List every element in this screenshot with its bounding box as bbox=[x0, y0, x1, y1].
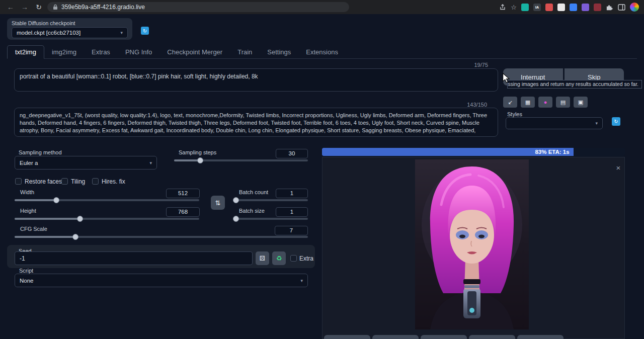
styles-refresh-button[interactable]: ↻ bbox=[612, 117, 620, 126]
width-label: Width bbox=[20, 189, 34, 195]
interrupt-tooltip: processing images and return any results… bbox=[507, 80, 642, 89]
tab-train[interactable]: Train bbox=[230, 46, 260, 58]
forward-icon[interactable]: → bbox=[19, 2, 30, 13]
lock-icon bbox=[53, 4, 58, 10]
cfg-scale-label: CFG Scale bbox=[20, 226, 47, 232]
checkpoint-value: model.ckpt [cc6cb27103] bbox=[17, 30, 80, 36]
clear-prompt-button[interactable]: ▦ bbox=[521, 97, 535, 108]
styles-dropdown[interactable]: ▾ bbox=[506, 117, 603, 129]
url-text: 359e5b9a-a5ff-4216.gradio.live bbox=[61, 4, 145, 11]
close-preview-button[interactable]: × bbox=[614, 163, 623, 172]
hires-fix-checkbox[interactable] bbox=[92, 178, 99, 185]
tiling-label: Tiling bbox=[71, 178, 85, 185]
script-label: Script bbox=[19, 268, 33, 274]
tab-checkpoint-merger[interactable]: Checkpoint Merger bbox=[159, 46, 230, 58]
prompt-input[interactable]: portrait of a beautiful [woman::0.1] rob… bbox=[14, 68, 498, 92]
checkpoint-dropdown[interactable]: model.ckpt [cc6cb27103] ▾ bbox=[12, 27, 128, 38]
checkpoint-label: Stable Diffusion checkpoint bbox=[12, 20, 128, 26]
prompt-token-counter: 19/75 bbox=[438, 62, 488, 68]
width-value[interactable] bbox=[166, 189, 200, 198]
progress-fill: 83% ETA: 1s bbox=[322, 148, 574, 156]
prompt-tools: ↙ ▦ ● ▤ ▣ bbox=[503, 97, 588, 108]
apply-styles-button[interactable]: ▤ bbox=[556, 97, 570, 108]
tab-extras[interactable]: Extras bbox=[84, 46, 118, 58]
side-panel-icon[interactable] bbox=[618, 4, 625, 11]
output-button-3[interactable] bbox=[421, 335, 467, 339]
extension-icon-ia[interactable]: IA bbox=[533, 4, 541, 11]
chevron-down-icon: ▾ bbox=[149, 160, 152, 165]
read-params-button[interactable]: ↙ bbox=[503, 97, 517, 108]
seed-extra-checkbox[interactable] bbox=[290, 255, 297, 262]
seed-input[interactable] bbox=[15, 251, 253, 265]
reuse-seed-button[interactable]: ♻ bbox=[272, 251, 286, 265]
output-toolbar bbox=[324, 335, 564, 339]
negative-token-counter: 143/150 bbox=[437, 102, 487, 108]
extension-icon-white[interactable] bbox=[557, 4, 565, 11]
checkpoint-refresh-button[interactable]: ↻ bbox=[141, 27, 149, 35]
tab-settings[interactable]: Settings bbox=[260, 46, 298, 58]
profile-avatar[interactable] bbox=[630, 3, 639, 12]
swap-dimensions-button[interactable]: ⇅ bbox=[211, 196, 225, 210]
sampling-steps-value[interactable] bbox=[276, 149, 308, 158]
sampling-steps-label: Sampling steps bbox=[179, 149, 216, 155]
browser-toolbar: ← → ↻ 359e5b9a-a5ff-4216.gradio.live ☆ I… bbox=[0, 0, 644, 14]
cfg-scale-value[interactable] bbox=[275, 226, 308, 235]
negative-prompt-input[interactable]: ng_deepnegative_v1_75t, (worst quality, … bbox=[14, 108, 498, 137]
sampling-method-label: Sampling method bbox=[19, 149, 62, 155]
output-button-2[interactable] bbox=[372, 335, 419, 339]
height-label: Height bbox=[20, 208, 36, 214]
sampling-steps-slider[interactable] bbox=[174, 159, 308, 163]
output-button-5[interactable] bbox=[517, 335, 564, 339]
bookmark-star-icon[interactable]: ☆ bbox=[511, 4, 517, 11]
sampling-method-dropdown[interactable]: Euler a ▾ bbox=[15, 156, 157, 170]
output-button-1[interactable] bbox=[324, 335, 370, 339]
random-seed-button[interactable]: ⚄ bbox=[256, 251, 269, 265]
batch-count-slider[interactable] bbox=[236, 199, 308, 203]
batch-count-value[interactable] bbox=[276, 189, 308, 198]
tiling-checkbox[interactable] bbox=[61, 178, 68, 185]
mouse-cursor bbox=[501, 72, 512, 83]
tab-txt2img[interactable]: txt2img bbox=[7, 45, 44, 59]
tab-img2img[interactable]: img2img bbox=[44, 46, 84, 58]
cfg-scale-slider[interactable] bbox=[15, 236, 308, 240]
height-slider[interactable] bbox=[15, 218, 199, 222]
checkpoint-panel: Stable Diffusion checkpoint model.ckpt [… bbox=[7, 18, 132, 40]
height-value[interactable] bbox=[166, 207, 200, 217]
batch-size-value[interactable] bbox=[276, 207, 308, 217]
puzzle-extensions-icon[interactable] bbox=[606, 4, 613, 11]
batch-count-label: Batch count bbox=[239, 189, 268, 195]
save-style-button[interactable]: ▣ bbox=[574, 97, 588, 108]
extension-icon-blue[interactable] bbox=[570, 4, 577, 11]
extension-icon-purple[interactable] bbox=[582, 4, 589, 11]
hires-fix-label: Hires. fix bbox=[102, 178, 125, 185]
tab-extensions[interactable]: Extensions bbox=[298, 46, 346, 58]
batch-size-slider[interactable] bbox=[236, 218, 308, 222]
browser-icons: ☆ IA bbox=[499, 3, 639, 12]
reload-icon[interactable]: ↻ bbox=[33, 2, 44, 13]
chevron-down-icon: ▾ bbox=[595, 121, 598, 126]
generated-image bbox=[415, 159, 529, 329]
styles-label: Styles bbox=[507, 111, 522, 117]
output-button-4[interactable] bbox=[469, 335, 515, 339]
script-dropdown[interactable]: None ▾ bbox=[15, 274, 308, 287]
share-icon[interactable] bbox=[499, 4, 506, 11]
chevron-down-icon: ▾ bbox=[120, 30, 123, 35]
tab-png-info[interactable]: PNG Info bbox=[118, 46, 159, 58]
extra-networks-button[interactable]: ● bbox=[538, 97, 552, 108]
screen: ← → ↻ 359e5b9a-a5ff-4216.gradio.live ☆ I… bbox=[0, 0, 644, 339]
progress-bar: 83% ETA: 1s bbox=[322, 148, 625, 156]
extension-icon-teal[interactable] bbox=[521, 4, 529, 11]
tab-bar: txt2img img2img Extras PNG Info Checkpoi… bbox=[7, 45, 637, 59]
back-icon[interactable]: ← bbox=[5, 2, 16, 13]
extension-icon-maroon[interactable] bbox=[594, 4, 601, 11]
restore-faces-label: Restore faces bbox=[25, 178, 62, 185]
restore-faces-checkbox[interactable] bbox=[15, 178, 22, 185]
address-bar[interactable]: 359e5b9a-a5ff-4216.gradio.live bbox=[47, 2, 349, 12]
seed-extra-label: Extra bbox=[299, 255, 313, 262]
progress-text: 83% ETA: 1s bbox=[535, 149, 569, 155]
batch-size-label: Batch size bbox=[239, 208, 265, 214]
width-slider[interactable] bbox=[15, 199, 199, 203]
extension-icon-red[interactable] bbox=[545, 4, 553, 11]
chevron-down-icon: ▾ bbox=[300, 278, 303, 283]
